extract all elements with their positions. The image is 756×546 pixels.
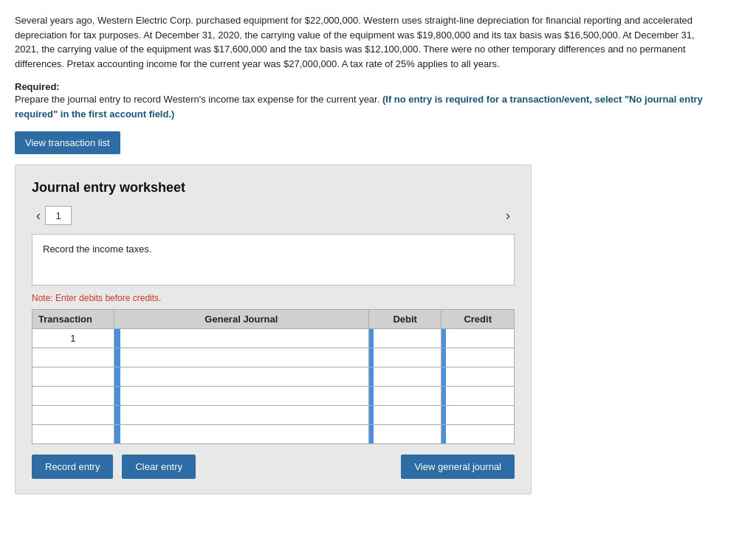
debit-bar-3	[369, 367, 374, 386]
account-input-4[interactable]	[114, 387, 368, 405]
worksheet-container: Journal entry worksheet ‹ 1 › Record the…	[15, 165, 532, 494]
nav-next-button[interactable]: ›	[501, 208, 515, 224]
credit-input-5[interactable]	[441, 406, 514, 424]
blue-bar-6	[114, 425, 120, 443]
credit-bar-5	[441, 406, 446, 424]
nav-number-box: 1	[45, 206, 72, 225]
worksheet-title: Journal entry worksheet	[32, 180, 515, 196]
col-header-journal: General Journal	[114, 310, 368, 329]
transaction-number-2	[32, 348, 114, 367]
journal-table: Transaction General Journal Debit Credit…	[32, 309, 515, 444]
blue-bar-2	[114, 348, 120, 367]
account-input-5[interactable]	[114, 406, 368, 424]
note-text: Note: Enter debits before credits.	[32, 293, 515, 303]
clear-entry-button[interactable]: Clear entry	[122, 455, 196, 479]
col-header-debit: Debit	[368, 310, 441, 329]
description-box: Record the income taxes.	[32, 234, 515, 286]
nav-row: ‹ 1 ›	[32, 206, 515, 225]
blue-bar-3	[114, 367, 120, 386]
account-cell-5[interactable]	[114, 406, 368, 425]
table-row	[32, 367, 515, 387]
credit-cell-2[interactable]	[441, 348, 515, 367]
credit-cell-5[interactable]	[441, 406, 515, 425]
debit-bar-6	[369, 425, 374, 443]
col-header-transaction: Transaction	[32, 310, 114, 329]
account-cell-2[interactable]	[114, 348, 368, 367]
account-cell-3[interactable]	[114, 367, 368, 387]
account-input-3[interactable]	[114, 367, 368, 386]
account-cell-4[interactable]	[114, 387, 368, 406]
credit-input-2[interactable]	[441, 348, 514, 367]
account-cell-1[interactable]	[114, 329, 368, 348]
table-row	[32, 387, 515, 406]
blue-bar-5	[114, 406, 120, 424]
debit-bar-5	[369, 406, 374, 424]
table-row: 1	[32, 329, 515, 348]
table-row	[32, 406, 515, 425]
button-row: Record entry Clear entry View general jo…	[32, 455, 515, 479]
debit-cell-5[interactable]	[368, 406, 441, 425]
debit-input-5[interactable]	[369, 406, 441, 424]
debit-input-3[interactable]	[369, 367, 441, 386]
credit-input-1[interactable]	[441, 329, 514, 348]
debit-bar-1	[369, 329, 374, 348]
credit-cell-1[interactable]	[441, 329, 515, 348]
intro-paragraph: Several years ago, Western Electric Corp…	[15, 13, 709, 71]
view-general-journal-button[interactable]: View general journal	[401, 455, 515, 479]
account-input-2[interactable]	[114, 348, 368, 367]
blue-bar-4	[114, 387, 120, 405]
debit-cell-4[interactable]	[368, 387, 441, 406]
debit-bar-2	[369, 348, 374, 367]
required-label: Required:	[15, 81, 60, 92]
debit-cell-6[interactable]	[368, 425, 441, 444]
credit-bar-4	[441, 387, 446, 405]
nav-prev-button[interactable]: ‹	[32, 208, 45, 224]
transaction-number-4	[32, 387, 114, 406]
account-input-6[interactable]	[114, 425, 368, 443]
debit-cell-1[interactable]	[368, 329, 441, 348]
blue-bar-indicator	[114, 329, 120, 348]
credit-cell-6[interactable]	[441, 425, 515, 444]
debit-bar-4	[369, 387, 374, 405]
credit-bar-6	[441, 425, 446, 443]
credit-input-3[interactable]	[441, 367, 514, 386]
transaction-number: 1	[32, 329, 114, 348]
credit-input-6[interactable]	[441, 425, 514, 443]
transaction-number-5	[32, 406, 114, 425]
transaction-number-3	[32, 367, 114, 387]
credit-input-4[interactable]	[441, 387, 514, 405]
credit-cell-4[interactable]	[441, 387, 515, 406]
account-cell-6[interactable]	[114, 425, 368, 444]
debit-input-2[interactable]	[369, 348, 441, 367]
required-section: Required: Prepare the journal entry to r…	[15, 81, 709, 121]
required-instruction: Prepare the journal entry to record West…	[15, 94, 703, 120]
account-input-1[interactable]	[114, 329, 368, 348]
debit-input-6[interactable]	[369, 425, 441, 443]
debit-cell-3[interactable]	[368, 367, 441, 387]
col-header-credit: Credit	[441, 310, 515, 329]
credit-bar-3	[441, 367, 446, 386]
view-transaction-button[interactable]: View transaction list	[15, 131, 120, 154]
credit-cell-3[interactable]	[441, 367, 515, 387]
debit-input-1[interactable]	[369, 329, 441, 348]
instruction-normal: Prepare the journal entry to record West…	[15, 94, 379, 105]
table-row	[32, 425, 515, 444]
debit-input-4[interactable]	[369, 387, 441, 405]
record-entry-button[interactable]: Record entry	[32, 455, 113, 479]
transaction-number-6	[32, 425, 114, 444]
debit-cell-2[interactable]	[368, 348, 441, 367]
credit-bar-2	[441, 348, 446, 367]
credit-bar-1	[441, 329, 446, 348]
table-row	[32, 348, 515, 367]
